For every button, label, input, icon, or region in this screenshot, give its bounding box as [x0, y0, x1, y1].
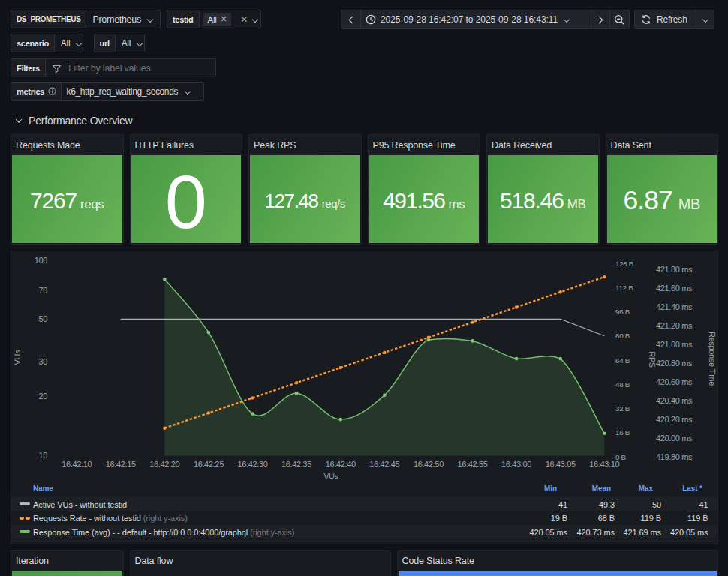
svg-text:16 B: 16 B [615, 428, 630, 436]
svg-text:420.40 ms: 420.40 ms [656, 396, 693, 405]
svg-text:80 B: 80 B [615, 332, 630, 340]
svg-text:421.00 ms: 421.00 ms [656, 340, 693, 349]
svg-text:420.20 ms: 420.20 ms [656, 415, 693, 424]
svg-text:16:43:10: 16:43:10 [589, 460, 619, 469]
svg-text:112 B: 112 B [615, 284, 633, 292]
svg-text:16:43:00: 16:43:00 [501, 460, 531, 469]
svg-text:420.80 ms: 420.80 ms [656, 358, 693, 368]
svg-text:32 B: 32 B [615, 404, 630, 412]
svg-text:16:42:35: 16:42:35 [281, 460, 311, 469]
svg-text:48 B: 48 B [615, 380, 630, 388]
svg-text:100: 100 [35, 256, 48, 265]
svg-text:420.00 ms: 420.00 ms [656, 434, 693, 442]
svg-text:16:42:45: 16:42:45 [369, 460, 399, 469]
svg-text:16:42:30: 16:42:30 [237, 460, 267, 469]
svg-text:16:42:25: 16:42:25 [194, 460, 224, 469]
svg-text:16:42:20: 16:42:20 [149, 460, 179, 469]
svg-text:16:42:15: 16:42:15 [106, 460, 136, 469]
svg-text:16:42:55: 16:42:55 [457, 460, 487, 469]
svg-text:Response Time: Response Time [708, 332, 717, 386]
svg-text:16:43:05: 16:43:05 [546, 460, 576, 469]
svg-text:30: 30 [38, 357, 47, 366]
svg-text:16:42:10: 16:42:10 [62, 460, 92, 469]
svg-text:421.80 ms: 421.80 ms [656, 265, 693, 274]
svg-text:64 B: 64 B [615, 356, 630, 364]
svg-text:VUs: VUs [13, 350, 22, 365]
svg-text:0 B: 0 B [615, 453, 627, 461]
svg-text:419.80 ms: 419.80 ms [656, 452, 693, 461]
svg-text:70: 70 [38, 286, 47, 295]
svg-text:128 B: 128 B [615, 260, 634, 268]
svg-text:421.40 ms: 421.40 ms [656, 302, 693, 311]
svg-text:20: 20 [38, 392, 47, 400]
svg-text:421.60 ms: 421.60 ms [656, 284, 693, 292]
svg-text:421.20 ms: 421.20 ms [656, 321, 693, 330]
svg-text:50: 50 [38, 314, 47, 323]
svg-text:10: 10 [38, 451, 47, 460]
svg-text:16:42:50: 16:42:50 [414, 460, 444, 469]
svg-text:RPS: RPS [648, 351, 657, 368]
svg-text:96 B: 96 B [615, 308, 630, 316]
svg-text:16:42:40: 16:42:40 [326, 460, 356, 469]
svg-text:VUs: VUs [323, 472, 339, 481]
svg-text:420.60 ms: 420.60 ms [656, 377, 693, 386]
